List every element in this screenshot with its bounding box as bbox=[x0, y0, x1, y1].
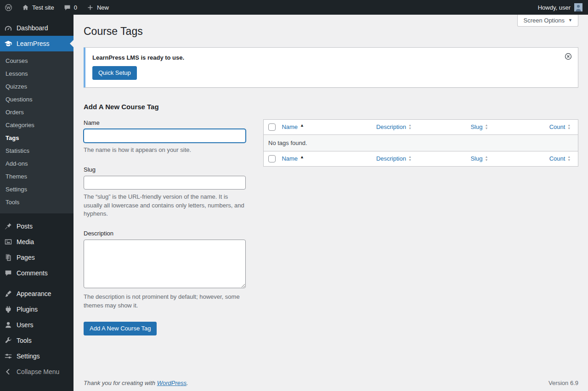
howdy-text: Howdy, user bbox=[538, 4, 571, 11]
column-label: Name bbox=[282, 155, 298, 162]
table-footer-row: Name ▲▼ Description ▲▼ S bbox=[264, 151, 578, 166]
sort-icon: ▲▼ bbox=[567, 156, 571, 162]
select-all-checkbox[interactable] bbox=[268, 123, 276, 131]
wordpress-logo-button[interactable] bbox=[0, 0, 17, 15]
footer-thanks: Thank you for creating with WordPress. bbox=[84, 380, 188, 386]
submenu-item-courses[interactable]: Courses bbox=[0, 55, 74, 67]
column-header-name[interactable]: Name ▲▼ bbox=[277, 119, 372, 134]
sidebar-item-media[interactable]: Media bbox=[0, 234, 74, 250]
sidebar-item-label: LearnPress bbox=[17, 40, 50, 47]
submenu-item-statistics[interactable]: Statistics bbox=[0, 145, 74, 157]
submenu-item-themes[interactable]: Themes bbox=[0, 170, 74, 183]
sort-icon: ▲▼ bbox=[408, 124, 412, 130]
sidebar-item-tools[interactable]: Tools bbox=[0, 333, 74, 348]
chevron-down-icon: ▼ bbox=[568, 18, 572, 22]
admin-bar-site-name[interactable]: Test site bbox=[17, 0, 59, 15]
screen-options-label: Screen Options bbox=[523, 17, 565, 24]
comments-icon bbox=[4, 268, 13, 278]
submenu-item-orders[interactable]: Orders bbox=[0, 106, 74, 119]
submit-row: Add A New Course Tag bbox=[84, 322, 246, 335]
sidebar-item-posts[interactable]: Posts bbox=[0, 218, 74, 234]
collapse-arrow-icon bbox=[4, 367, 13, 376]
name-label: Name bbox=[84, 119, 246, 126]
submenu-item-lessons[interactable]: Lessons bbox=[0, 67, 74, 80]
slug-label: Slug bbox=[84, 166, 246, 173]
select-all-checkbox[interactable] bbox=[268, 155, 276, 162]
tags-table: Name ▲▼ Description ▲▼ S bbox=[263, 119, 578, 167]
submenu-item-quizzes[interactable]: Quizzes bbox=[0, 80, 74, 93]
column-footer-name[interactable]: Name ▲▼ bbox=[277, 151, 372, 166]
sort-icon: ▲▼ bbox=[485, 156, 488, 162]
new-label: New bbox=[97, 4, 109, 11]
column-label: Slug bbox=[470, 155, 482, 162]
menu-separator bbox=[0, 281, 74, 286]
admin-bar-account[interactable]: Howdy, user bbox=[532, 0, 588, 15]
submenu-item-questions[interactable]: Questions bbox=[0, 93, 74, 106]
comment-icon bbox=[63, 4, 71, 11]
sidebar-item-appearance[interactable]: Appearance bbox=[0, 286, 74, 302]
sidebar-item-pages[interactable]: Pages bbox=[0, 250, 74, 265]
column-footer-count[interactable]: Count ▲▼ bbox=[545, 151, 578, 166]
plus-icon bbox=[86, 4, 94, 11]
admin-footer: Thank you for creating with WordPress. V… bbox=[84, 380, 578, 386]
name-input[interactable] bbox=[84, 129, 246, 143]
sort-icon: ▲▼ bbox=[408, 156, 412, 162]
notice-message: LearnPress LMS is ready to use. bbox=[92, 54, 558, 61]
sidebar-item-dashboard[interactable]: Dashboard bbox=[0, 20, 74, 36]
add-tag-heading: Add A New Course Tag bbox=[84, 103, 578, 111]
sliders-icon bbox=[4, 352, 13, 361]
sort-icon: ▲▼ bbox=[567, 124, 571, 130]
table-header-row: Name ▲▼ Description ▲▼ S bbox=[264, 119, 578, 134]
submenu-item-tags[interactable]: Tags bbox=[0, 132, 74, 145]
footer-thanks-period: . bbox=[187, 380, 188, 386]
name-help-text: The name is how it appears on your site. bbox=[84, 146, 246, 155]
submenu-item-addons[interactable]: Add-ons bbox=[0, 157, 74, 170]
home-icon bbox=[22, 4, 29, 11]
column-header-count[interactable]: Count ▲▼ bbox=[545, 119, 578, 134]
admin-bar-new[interactable]: New bbox=[82, 0, 113, 15]
sidebar-item-users[interactable]: Users bbox=[0, 317, 74, 333]
graduation-cap-icon bbox=[4, 39, 13, 48]
sidebar-item-label: Tools bbox=[17, 337, 32, 344]
admin-bar-comments[interactable]: 0 bbox=[59, 0, 82, 15]
column-footer-description[interactable]: Description ▲▼ bbox=[372, 151, 466, 166]
column-label: Description bbox=[376, 155, 406, 162]
dismiss-notice-button[interactable] bbox=[564, 52, 573, 61]
description-textarea[interactable] bbox=[84, 240, 246, 288]
content-columns: Name The name is how it appears on your … bbox=[84, 119, 578, 335]
user-avatar bbox=[574, 3, 582, 11]
add-tag-submit-button[interactable]: Add A New Course Tag bbox=[84, 322, 157, 335]
sidebar-item-settings[interactable]: Settings bbox=[0, 348, 74, 364]
menu-separator bbox=[0, 213, 74, 218]
wrench-icon bbox=[4, 336, 13, 345]
sidebar-item-label: Appearance bbox=[17, 290, 51, 297]
collapse-menu-label: Collapse Menu bbox=[17, 368, 59, 375]
screen-options-button[interactable]: Screen Options ▼ bbox=[517, 15, 578, 27]
slug-input[interactable] bbox=[84, 176, 246, 190]
sidebar-item-label: Posts bbox=[17, 223, 33, 230]
quick-setup-button[interactable]: Quick Setup bbox=[92, 66, 137, 80]
column-footer-slug[interactable]: Slug ▲▼ bbox=[466, 151, 544, 166]
column-header-description[interactable]: Description ▲▼ bbox=[372, 119, 466, 134]
empty-message: No tags found. bbox=[264, 134, 578, 151]
collapse-menu-button[interactable]: Collapse Menu bbox=[0, 364, 74, 380]
wordpress-link[interactable]: WordPress bbox=[157, 380, 187, 386]
admin-bar: Test site 0 New Howdy, user bbox=[0, 0, 588, 15]
sidebar-item-label: Plugins bbox=[17, 306, 38, 313]
submenu-item-tools[interactable]: Tools bbox=[0, 196, 74, 209]
submenu-item-categories[interactable]: Categories bbox=[0, 119, 74, 132]
main-content: Screen Options ▼ Course Tags LearnPress … bbox=[74, 15, 588, 391]
sort-ascending-icon: ▲▼ bbox=[300, 156, 304, 162]
submenu-item-settings[interactable]: Settings bbox=[0, 183, 74, 196]
sidebar-item-label: Comments bbox=[17, 269, 48, 277]
learnpress-submenu: Courses Lessons Quizzes Questions Orders… bbox=[0, 51, 74, 213]
sidebar-item-learnpress[interactable]: LearnPress bbox=[0, 36, 74, 51]
pushpin-icon bbox=[4, 222, 13, 231]
add-tag-form: Name The name is how it appears on your … bbox=[84, 119, 246, 335]
page-title: Course Tags bbox=[84, 15, 578, 38]
sidebar-item-comments[interactable]: Comments bbox=[0, 265, 74, 281]
footer-version: Version 6.9 bbox=[548, 380, 578, 386]
sidebar-item-plugins[interactable]: Plugins bbox=[0, 302, 74, 317]
sidebar-item-label: Settings bbox=[17, 352, 40, 360]
column-header-slug[interactable]: Slug ▲▼ bbox=[466, 119, 544, 134]
